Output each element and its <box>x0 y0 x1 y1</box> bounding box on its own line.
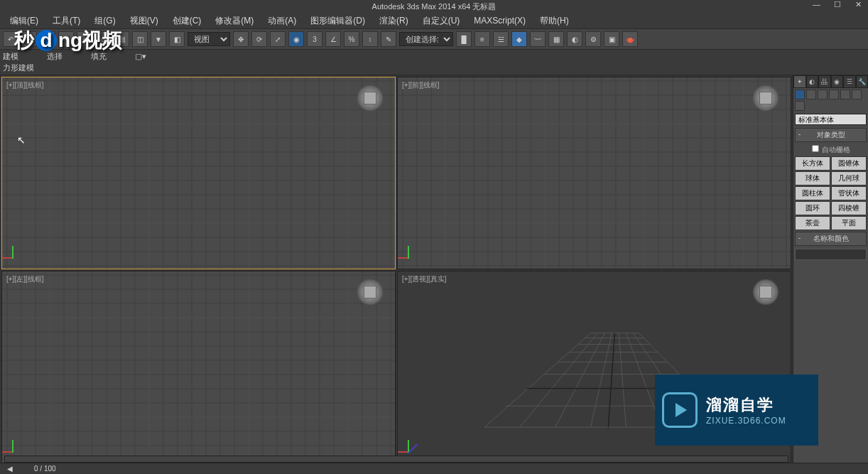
primitive-category-dropdown[interactable]: 标准基本体 <box>795 114 867 125</box>
modify-tab-icon[interactable]: ◐ <box>806 75 819 88</box>
systems-category-icon[interactable] <box>795 101 805 111</box>
link-button[interactable]: ⛓ <box>40 31 55 47</box>
ribbon-toggle-icon[interactable]: ▢▾ <box>135 52 146 61</box>
curve-editor-button[interactable]: 〰 <box>530 31 546 47</box>
play-icon <box>662 392 698 428</box>
named-selection-dropdown[interactable]: 创建选择集 <box>399 32 453 46</box>
ribbon-tab-fill[interactable]: 填充 <box>91 51 107 62</box>
material-editor-button[interactable]: ◐ <box>567 31 582 47</box>
render-button[interactable]: 🫖 <box>622 31 638 47</box>
menu-graph-editors[interactable]: 图形编辑器(D) <box>310 15 365 27</box>
undo-button[interactable]: ↶ <box>3 31 18 47</box>
rotate-button[interactable]: ⟳ <box>251 31 267 47</box>
shapes-category-icon[interactable] <box>806 90 816 99</box>
mirror-button[interactable]: ▐▌ <box>456 31 472 47</box>
keyboard-shortcut-button[interactable]: 3 <box>307 31 322 47</box>
title-bar: Autodesk 3ds Max 2014 x64 无标题 — ☐ ✕ <box>0 0 868 13</box>
view-dropdown[interactable]: 视图 <box>188 32 230 46</box>
auto-grid-checkbox[interactable]: 自动栅格 <box>793 144 868 156</box>
filter-button[interactable]: ▼ <box>151 31 166 47</box>
create-tab-icon[interactable]: ✦ <box>793 75 806 88</box>
spinner-snap-button[interactable]: ↕ <box>362 31 378 47</box>
menu-create[interactable]: 创建(C) <box>173 15 202 27</box>
viewcube-icon[interactable] <box>752 85 779 112</box>
menu-animation[interactable]: 动画(A) <box>268 15 296 27</box>
viewcube-icon[interactable] <box>357 279 384 306</box>
menu-tools[interactable]: 工具(T) <box>53 15 80 27</box>
utilities-tab-icon[interactable]: 🔧 <box>856 75 869 88</box>
cone-button[interactable]: 圆锥体 <box>831 156 867 171</box>
geometry-category-icon[interactable] <box>795 90 805 99</box>
viewport-top[interactable]: [+][顶][线框] <box>1 77 396 269</box>
edit-named-sel-button[interactable]: ✎ <box>381 31 396 47</box>
watermark-title: 溜溜自学 <box>706 394 786 416</box>
viewport-label-perspective[interactable]: [+][透视][真实] <box>402 274 447 284</box>
svg-line-10 <box>520 333 598 428</box>
select-name-button[interactable]: ▤ <box>114 31 129 47</box>
cylinder-button[interactable]: 圆柱体 <box>795 186 830 200</box>
minimize-button[interactable]: — <box>813 0 821 9</box>
menu-group[interactable]: 组(G) <box>94 15 115 27</box>
object-type-rollout[interactable]: -对象类型 <box>795 128 867 142</box>
menu-rendering[interactable]: 渲染(R) <box>379 15 408 27</box>
cameras-category-icon[interactable] <box>829 90 839 99</box>
viewport-left[interactable]: [+][左][线框] <box>1 271 396 463</box>
create-categories <box>793 88 868 112</box>
window-title: Autodesk 3ds Max 2014 x64 无标题 <box>372 1 497 12</box>
select-region-button[interactable]: ◫ <box>132 31 148 47</box>
viewport-label-left[interactable]: [+][左][线框] <box>6 274 44 284</box>
render-setup-button[interactable]: ⚙ <box>585 31 601 47</box>
bind-button[interactable]: ⎌ <box>77 31 92 47</box>
maximize-button[interactable]: ☐ <box>834 0 842 9</box>
pyramid-button[interactable]: 四棱锥 <box>831 201 867 215</box>
menu-edit[interactable]: 编辑(E) <box>10 15 38 27</box>
viewcube-icon[interactable] <box>752 279 779 306</box>
video-watermark: 溜溜自学 ZIXUE.3D66.COM <box>655 375 818 446</box>
select-button[interactable]: ▭ <box>95 31 111 47</box>
viewcube-icon[interactable] <box>357 85 384 112</box>
align-button[interactable]: ≡ <box>474 31 490 47</box>
move-button[interactable]: ✥ <box>233 31 249 47</box>
scroll-left-icon[interactable]: ◀ <box>7 465 13 473</box>
unlink-button[interactable]: ✂ <box>58 31 74 47</box>
scale-button[interactable]: ⤢ <box>270 31 286 47</box>
object-name-input[interactable] <box>795 249 867 260</box>
select-manipulate-button[interactable]: ◉ <box>288 31 304 47</box>
teapot-button[interactable]: 茶壶 <box>795 216 830 230</box>
display-tab-icon[interactable]: ☰ <box>843 75 856 88</box>
name-color-rollout[interactable]: -名称和颜色 <box>795 232 867 246</box>
plane-button[interactable]: 平面 <box>831 216 867 230</box>
viewport-front[interactable]: [+][前][线框] <box>397 77 791 269</box>
menu-maxscript[interactable]: MAXScript(X) <box>474 16 526 26</box>
motion-tab-icon[interactable]: ◉ <box>831 75 844 88</box>
torus-button[interactable]: 圆环 <box>795 201 830 215</box>
sphere-button[interactable]: 球体 <box>795 171 830 185</box>
box-button[interactable]: 长方体 <box>795 156 830 171</box>
viewport-label-front[interactable]: [+][前][线框] <box>402 80 440 90</box>
helpers-category-icon[interactable] <box>840 90 850 99</box>
window-crossing-button[interactable]: ◧ <box>169 31 185 47</box>
schematic-button[interactable]: ▦ <box>548 31 564 47</box>
graphite-button[interactable]: ◆ <box>511 31 527 47</box>
render-frame-button[interactable]: ▣ <box>604 31 619 47</box>
redo-button[interactable]: ↷ <box>21 31 37 47</box>
menu-views[interactable]: 视图(V) <box>130 15 158 27</box>
lights-category-icon[interactable] <box>818 90 828 99</box>
layers-button[interactable]: ☱ <box>493 31 509 47</box>
tube-button[interactable]: 管状体 <box>831 186 867 200</box>
geosphere-button[interactable]: 几何球 <box>831 171 867 185</box>
viewport-label-top[interactable]: [+][顶][线框] <box>6 80 44 90</box>
grid-lines <box>2 271 395 463</box>
time-slider[interactable] <box>4 456 788 463</box>
axis-gizmo <box>12 237 33 259</box>
menu-help[interactable]: 帮助(H) <box>540 15 569 27</box>
spacewarps-category-icon[interactable] <box>852 90 862 99</box>
snap-angle-button[interactable]: ∠ <box>325 31 341 47</box>
menu-modifiers[interactable]: 修改器(M) <box>215 15 254 27</box>
ribbon-tab-modeling[interactable]: 建模 <box>3 51 18 62</box>
ribbon-tab-selection[interactable]: 选择 <box>47 51 63 62</box>
close-button[interactable]: ✕ <box>855 0 864 9</box>
menu-customize[interactable]: 自定义(U) <box>423 15 460 27</box>
snap-percent-button[interactable]: % <box>344 31 359 47</box>
hierarchy-tab-icon[interactable]: 品 <box>818 75 831 88</box>
